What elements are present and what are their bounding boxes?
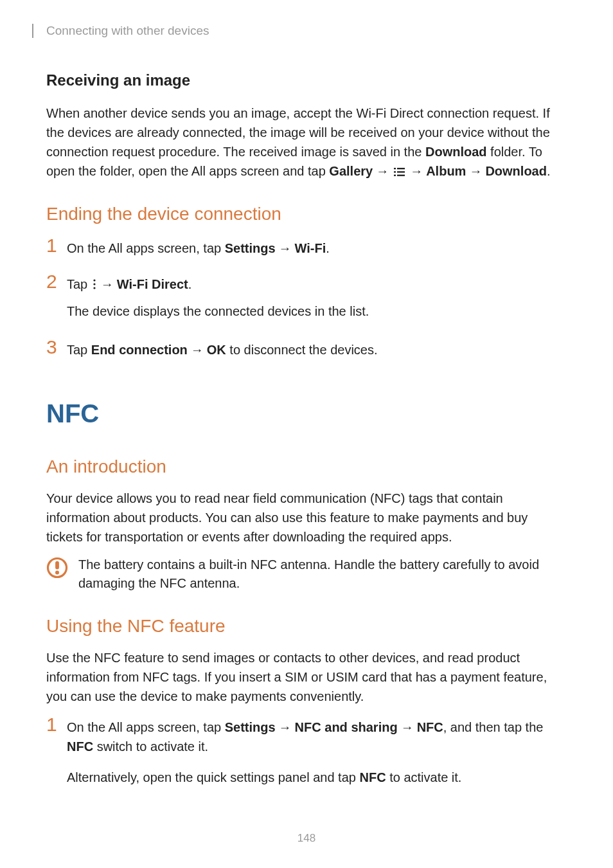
step-3: 3 Tap End connection→OK to disconnect th… — [46, 338, 567, 359]
step-text: Tap →Wi-Fi Direct. — [67, 272, 191, 295]
text: switch to activate it. — [93, 739, 208, 754]
heading-ending-connection: Ending the device connection — [46, 204, 567, 224]
step-text: Tap End connection→OK to disconnect the … — [67, 338, 378, 359]
bold-album: Album — [426, 164, 466, 178]
step-1: 1 On the All apps screen, tap Settings→W… — [46, 236, 567, 258]
header-tick-mark — [32, 24, 33, 38]
arrow-icon: → — [279, 239, 292, 258]
text: Tap — [67, 277, 91, 291]
heading-receiving-image: Receiving an image — [46, 71, 567, 89]
para-using-nfc: Use the NFC feature to send images or co… — [46, 648, 567, 706]
bold-ok: OK — [207, 343, 226, 357]
svg-point-11 — [55, 570, 59, 574]
svg-rect-5 — [397, 174, 405, 176]
bold-wifidirect: Wi-Fi Direct — [117, 277, 188, 291]
svg-rect-0 — [394, 168, 396, 169]
arrow-icon: → — [469, 161, 482, 181]
svg-rect-10 — [55, 561, 59, 570]
text: On the All apps screen, tap — [67, 720, 225, 734]
more-options-icon — [93, 276, 96, 295]
svg-point-8 — [93, 287, 95, 289]
step-number: 3 — [46, 338, 67, 357]
step-text: On the All apps screen, tap Settings→NFC… — [67, 715, 567, 756]
bold-wifi: Wi-Fi — [295, 241, 326, 255]
svg-point-6 — [93, 279, 95, 281]
svg-rect-2 — [394, 171, 396, 172]
heading-an-introduction: An introduction — [46, 457, 567, 477]
step-number: 2 — [46, 272, 67, 291]
caution-icon — [46, 557, 68, 581]
caution-notice: The battery contains a built-in NFC ante… — [46, 556, 567, 593]
step-text: On the All apps screen, tap Settings→Wi-… — [67, 236, 330, 258]
bold-settings: Settings — [225, 241, 276, 255]
bold-nfc: NFC — [417, 720, 443, 734]
text: . — [547, 164, 551, 178]
bold-nfc: NFC — [359, 770, 386, 784]
arrow-icon: → — [191, 340, 204, 359]
svg-point-7 — [93, 283, 95, 285]
text: to activate it. — [386, 770, 462, 784]
page-number: 148 — [0, 832, 613, 845]
arrow-icon: → — [376, 161, 389, 181]
step-2-sub: The device displays the connected device… — [67, 302, 567, 321]
svg-rect-3 — [397, 171, 405, 172]
page-header: Connecting with other devices — [0, 0, 613, 38]
text: . — [326, 241, 330, 255]
heading-nfc: NFC — [46, 399, 567, 428]
text: Alternatively, open the quick settings p… — [67, 770, 359, 784]
step-number: 1 — [46, 236, 67, 255]
bold-nfc-sharing: NFC and sharing — [295, 720, 398, 734]
bold-settings: Settings — [225, 720, 276, 734]
para-nfc-intro: Your device allows you to read near fiel… — [46, 489, 567, 547]
caution-text: The battery contains a built-in NFC ante… — [78, 556, 567, 593]
text: , and then tap the — [443, 720, 544, 734]
text: . — [188, 277, 192, 291]
bold-nfc: NFC — [67, 739, 93, 754]
step-number: 1 — [46, 715, 67, 734]
bold-download: Download — [425, 145, 487, 159]
bold-gallery: Gallery — [329, 164, 373, 178]
step-2: 2 Tap →Wi-Fi Direct. — [46, 272, 567, 295]
arrow-icon: → — [410, 161, 423, 181]
text: On the All apps screen, tap — [67, 241, 225, 255]
bold-endconnection: End connection — [91, 343, 188, 357]
nfc-step-1-sub: Alternatively, open the quick settings p… — [67, 768, 567, 787]
menu-list-icon — [394, 163, 405, 182]
breadcrumb: Connecting with other devices — [46, 24, 209, 38]
arrow-icon: → — [401, 718, 414, 737]
svg-rect-1 — [397, 168, 405, 169]
nfc-step-1: 1 On the All apps screen, tap Settings→N… — [46, 715, 567, 756]
arrow-icon: → — [101, 275, 114, 294]
svg-rect-4 — [394, 174, 396, 176]
text: Tap — [67, 343, 91, 357]
bold-download: Download — [485, 164, 547, 178]
heading-using-nfc: Using the NFC feature — [46, 616, 567, 637]
arrow-icon: → — [279, 718, 292, 737]
text: to disconnect the devices. — [226, 343, 378, 357]
para-receiving-image: When another device sends you an image, … — [46, 104, 567, 182]
